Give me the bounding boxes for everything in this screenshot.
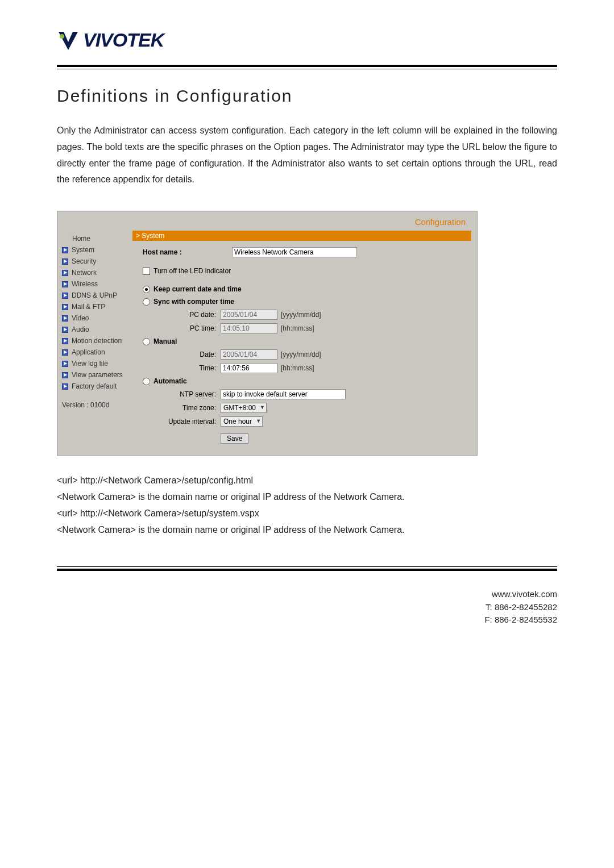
config-header-label: Configuration bbox=[415, 217, 466, 227]
vivotek-logo-icon bbox=[57, 28, 80, 51]
url-line-2: <url> http://<Network Camera>/setup/syst… bbox=[57, 506, 557, 522]
arrow-icon: ▶ bbox=[62, 349, 68, 356]
sidebar-item-label: DDNS & UPnP bbox=[72, 291, 117, 299]
sidebar-item-system[interactable]: ▶System bbox=[57, 244, 131, 256]
pc-time-hint: [hh:mm:ss] bbox=[281, 324, 314, 332]
manual-time-radio[interactable] bbox=[143, 338, 150, 345]
config-content: > System Host name : Turn off the LED in… bbox=[131, 231, 477, 455]
manual-date-hint: [yyyy/mm/dd] bbox=[281, 350, 321, 358]
arrow-icon: ▶ bbox=[62, 383, 68, 390]
keep-time-label: Keep current date and time bbox=[154, 285, 242, 293]
manual-time-label: Manual bbox=[154, 337, 177, 345]
led-label: Turn off the LED indicator bbox=[154, 267, 231, 275]
tz-label: Time zone: bbox=[132, 404, 221, 412]
save-button[interactable]: Save bbox=[221, 433, 248, 444]
hostname-input[interactable] bbox=[232, 247, 357, 257]
sidebar-item-home[interactable]: Home bbox=[57, 233, 131, 244]
automatic-time-radio[interactable] bbox=[143, 378, 150, 385]
ntp-label: NTP server: bbox=[132, 390, 221, 398]
sidebar-item-label: Motion detection bbox=[72, 337, 122, 345]
arrow-icon: ▶ bbox=[62, 270, 68, 276]
pc-date-label: PC date: bbox=[132, 311, 221, 319]
url-note-2: <Network Camera> is the domain name or o… bbox=[57, 522, 557, 539]
arrow-icon: ▶ bbox=[62, 338, 68, 344]
tz-value: GMT+8:00 bbox=[223, 404, 256, 412]
section-title: > System bbox=[132, 231, 471, 241]
automatic-time-label: Automatic bbox=[154, 377, 187, 385]
url-line-1: <url> http://<Network Camera>/setup/conf… bbox=[57, 473, 557, 489]
manual-date-label: Date: bbox=[132, 350, 221, 358]
sidebar-item-label: Network bbox=[72, 269, 97, 277]
header-divider bbox=[57, 65, 557, 69]
sidebar-item-label: Mail & FTP bbox=[72, 303, 105, 311]
arrow-icon: ▶ bbox=[62, 372, 68, 378]
sidebar-item-label: View parameters bbox=[72, 371, 123, 379]
url-note-1: <Network Camera> is the domain name or o… bbox=[57, 489, 557, 506]
arrow-icon: ▶ bbox=[62, 281, 68, 287]
svg-point-0 bbox=[60, 34, 64, 39]
sidebar-item-label: Video bbox=[72, 314, 89, 322]
sidebar-item-label: Home bbox=[72, 235, 90, 243]
sidebar-item-ddns-upnp[interactable]: ▶DDNS & UPnP bbox=[57, 290, 131, 301]
footer-tel: T: 886-2-82455282 bbox=[57, 601, 557, 614]
sidebar-item-view-parameters[interactable]: ▶View parameters bbox=[57, 369, 131, 381]
hostname-label: Host name : bbox=[132, 248, 232, 256]
arrow-icon: ▶ bbox=[62, 315, 68, 322]
manual-time-hint: [hh:mm:ss] bbox=[281, 364, 314, 372]
sidebar-item-label: Wireless bbox=[72, 280, 98, 288]
sidebar-item-label: Security bbox=[72, 257, 96, 265]
page-title: Definitions in Configuration bbox=[57, 86, 557, 106]
logo: VIVOTEK bbox=[57, 28, 557, 53]
sidebar-item-security[interactable]: ▶Security bbox=[57, 256, 131, 267]
pc-date-hint: [yyyy/mm/dd] bbox=[281, 311, 321, 319]
sync-time-label: Sync with computer time bbox=[154, 298, 234, 306]
sidebar-item-label: Audio bbox=[72, 326, 89, 333]
interval-value: One hour bbox=[223, 418, 252, 425]
keep-time-radio[interactable] bbox=[143, 286, 150, 293]
arrow-icon: ▶ bbox=[62, 327, 68, 333]
footer-divider bbox=[57, 566, 557, 571]
led-checkbox[interactable] bbox=[143, 268, 150, 275]
sync-time-radio[interactable] bbox=[143, 298, 150, 306]
footer-website: www.vivotek.com bbox=[57, 588, 557, 601]
configuration-panel: Configuration Home ▶System ▶Security ▶Ne… bbox=[57, 211, 478, 456]
tz-select[interactable]: GMT+8:00 bbox=[221, 403, 267, 413]
interval-label: Update interval: bbox=[132, 418, 221, 425]
sidebar-item-view-log-file[interactable]: ▶View log file bbox=[57, 358, 131, 369]
pc-time-input bbox=[221, 323, 277, 333]
sidebar-item-video[interactable]: ▶Video bbox=[57, 312, 131, 324]
arrow-icon: ▶ bbox=[62, 247, 68, 253]
brand-name: VIVOTEK bbox=[83, 29, 164, 51]
sidebar: Home ▶System ▶Security ▶Network ▶Wireles… bbox=[57, 231, 131, 455]
interval-select[interactable]: One hour bbox=[221, 416, 263, 427]
ntp-input[interactable] bbox=[221, 389, 346, 399]
footer-fax: F: 886-2-82455532 bbox=[57, 614, 557, 627]
arrow-icon: ▶ bbox=[62, 258, 68, 265]
sidebar-item-mail-ftp[interactable]: ▶Mail & FTP bbox=[57, 301, 131, 312]
arrow-icon: ▶ bbox=[62, 293, 68, 299]
sidebar-item-label: Factory default bbox=[72, 382, 117, 390]
sidebar-item-network[interactable]: ▶Network bbox=[57, 267, 131, 278]
sidebar-item-wireless[interactable]: ▶Wireless bbox=[57, 278, 131, 290]
sidebar-item-factory-default[interactable]: ▶Factory default bbox=[57, 381, 131, 392]
sidebar-item-label: System bbox=[72, 246, 94, 254]
pc-time-label: PC time: bbox=[132, 324, 221, 332]
sidebar-item-application[interactable]: ▶Application bbox=[57, 347, 131, 358]
intro-paragraph: Only the Administrator can access system… bbox=[57, 123, 557, 188]
arrow-icon: ▶ bbox=[62, 304, 68, 310]
version-label: Version : 0100d bbox=[57, 392, 131, 414]
manual-time-field-label: Time: bbox=[132, 364, 221, 372]
sidebar-item-label: View log file bbox=[72, 360, 108, 368]
pc-date-input bbox=[221, 310, 277, 320]
sidebar-item-motion-detection[interactable]: ▶Motion detection bbox=[57, 335, 131, 347]
manual-time-input[interactable] bbox=[221, 363, 277, 373]
sidebar-item-label: Application bbox=[72, 348, 105, 356]
manual-date-input bbox=[221, 349, 277, 360]
sidebar-item-audio[interactable]: ▶Audio bbox=[57, 324, 131, 335]
arrow-icon: ▶ bbox=[62, 361, 68, 367]
